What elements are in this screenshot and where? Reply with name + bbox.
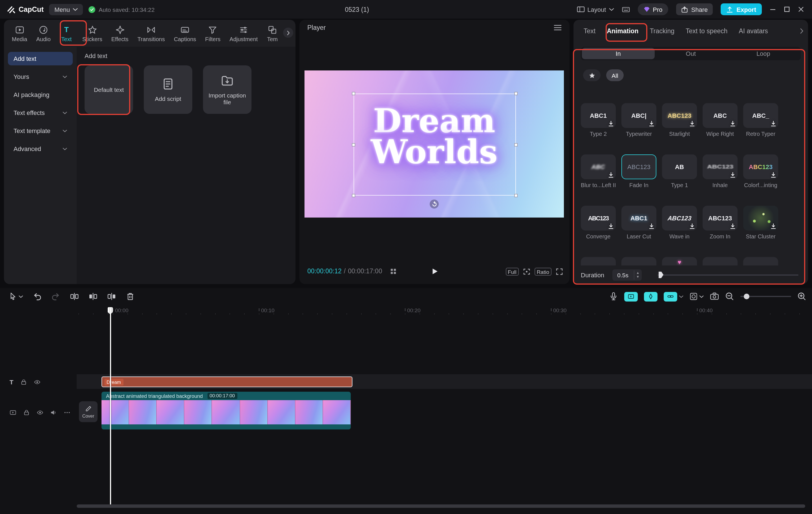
snapping-toggle[interactable]: [644, 292, 658, 301]
all-filter-button[interactable]: All: [606, 69, 624, 81]
speaker-icon[interactable]: [50, 409, 57, 416]
sidebar-item-advanced[interactable]: Advanced: [8, 142, 73, 156]
subtab-loop[interactable]: Loop: [727, 48, 800, 59]
animation-item[interactable]: ABType 1: [662, 154, 697, 189]
player-menu-icon[interactable]: [554, 24, 562, 31]
subtab-out[interactable]: Out: [655, 48, 727, 59]
stepper-up-icon[interactable]: ▲: [636, 271, 639, 274]
tab-transitions[interactable]: Transitions: [133, 25, 170, 42]
export-button[interactable]: Export: [721, 3, 762, 15]
animation-item[interactable]: ABC1Type 2: [581, 103, 616, 138]
resize-handle[interactable]: [514, 92, 518, 95]
add-script-card[interactable]: Add script: [144, 65, 192, 114]
trim-right-icon[interactable]: [107, 292, 116, 301]
resize-handle[interactable]: [514, 194, 518, 197]
subtab-in[interactable]: In: [582, 48, 655, 59]
sidebar-item-text-effects[interactable]: Text effects: [8, 106, 73, 119]
cover-button[interactable]: Cover: [79, 401, 97, 422]
animation-item[interactable]: ABC123Starlight: [662, 103, 697, 138]
resize-handle[interactable]: [352, 194, 355, 197]
animation-item[interactable]: ABC|Typewriter: [621, 103, 656, 138]
tab-ai-avatars[interactable]: AI avatars: [739, 28, 768, 34]
close-button[interactable]: [798, 6, 804, 12]
animation-item[interactable]: ABC_Retro Typer: [743, 103, 778, 138]
zoom-out-icon[interactable]: [725, 292, 734, 301]
animation-item[interactable]: ABC123Zoom In: [703, 206, 737, 240]
more-tabs-button[interactable]: [283, 28, 293, 38]
preview-canvas[interactable]: Dream Worlds: [304, 70, 564, 217]
tab-stickers[interactable]: Stickers: [78, 25, 107, 42]
focus-icon[interactable]: [523, 268, 530, 275]
zoom-in-icon[interactable]: [798, 292, 806, 301]
tab-audio[interactable]: Audio: [32, 25, 55, 42]
slider-handle[interactable]: [658, 271, 663, 278]
lock-icon[interactable]: [20, 379, 27, 385]
sidebar-item-text-template[interactable]: Text template: [8, 124, 73, 138]
full-screen-chip[interactable]: Full: [505, 268, 519, 276]
redo-icon[interactable]: [51, 292, 60, 301]
sidebar-item-yours[interactable]: Yours: [8, 70, 73, 83]
snapshot-icon[interactable]: [710, 292, 719, 301]
animation-item[interactable]: ABCBlur to...Left II: [581, 154, 616, 189]
expand-icon[interactable]: [556, 268, 563, 275]
eye-icon[interactable]: [33, 379, 40, 385]
menu-button[interactable]: Menu: [49, 4, 83, 15]
tab-text[interactable]: TText: [55, 25, 78, 42]
tab-text-to-speech[interactable]: Text to speech: [686, 28, 727, 34]
maximize-button[interactable]: [784, 6, 790, 12]
stepper-arrows[interactable]: ▲▼: [634, 270, 641, 279]
timeline-scrollbar[interactable]: [77, 505, 805, 508]
animation-item[interactable]: ABC123Inhale: [703, 154, 737, 189]
pro-button[interactable]: Pro: [637, 3, 668, 15]
text-clip[interactable]: Dream: [102, 376, 352, 387]
animation-item[interactable]: ABC123Converge: [581, 206, 616, 240]
video-clip[interactable]: Abstract animated triangulated backgroun…: [102, 392, 351, 429]
record-voiceover-icon[interactable]: [609, 292, 618, 301]
chevron-right-icon[interactable]: [800, 28, 804, 34]
chevron-down-icon[interactable]: [679, 295, 684, 298]
mask-tool-button[interactable]: [690, 293, 704, 300]
ratio-chip[interactable]: Ratio: [534, 268, 551, 276]
resize-handle[interactable]: [352, 143, 355, 146]
undo-icon[interactable]: [33, 292, 42, 301]
favorites-filter-button[interactable]: [583, 69, 601, 81]
slider-track[interactable]: [657, 274, 799, 275]
play-button[interactable]: [431, 268, 438, 275]
tab-filters[interactable]: Filters: [201, 25, 225, 42]
frame-grid-icon[interactable]: [390, 268, 396, 274]
sidebar-item-add-text[interactable]: Add text: [8, 52, 73, 65]
select-tool-button[interactable]: [9, 293, 23, 300]
tab-animation[interactable]: Animation: [607, 28, 638, 34]
animation-item[interactable]: ABCWipe Right: [703, 103, 737, 138]
sidebar-item-ai-packaging[interactable]: AI packaging: [8, 88, 73, 101]
duration-stepper[interactable]: 0.5s ▲▼: [612, 269, 641, 280]
tab-templates[interactable]: Tem: [262, 25, 278, 42]
minimize-button[interactable]: [770, 6, 776, 12]
tab-tracking[interactable]: Tracking: [650, 28, 674, 34]
trim-left-icon[interactable]: [89, 292, 97, 301]
delete-icon[interactable]: [126, 292, 135, 301]
auto-preview-toggle[interactable]: [624, 292, 638, 301]
text-selection-box[interactable]: [353, 94, 516, 195]
keyboard-shortcuts-icon[interactable]: [622, 5, 630, 13]
share-button[interactable]: Share: [676, 3, 713, 15]
more-icon[interactable]: [64, 409, 70, 416]
tab-adjustment[interactable]: Adjustment: [225, 25, 262, 42]
tab-captions[interactable]: Captions: [170, 25, 201, 42]
import-caption-file-card[interactable]: Import caption file: [203, 65, 252, 114]
animation-item[interactable]: Star Cluster: [743, 206, 778, 240]
layout-button[interactable]: Layout: [577, 5, 614, 13]
duration-slider[interactable]: [651, 269, 801, 280]
default-text-card[interactable]: Default text: [85, 65, 133, 114]
resize-handle[interactable]: [352, 92, 355, 95]
tab-media[interactable]: Media: [7, 25, 32, 42]
timeline-zoom-slider[interactable]: [741, 296, 791, 297]
tab-effects[interactable]: Effects: [107, 25, 133, 42]
eye-icon[interactable]: [37, 409, 44, 416]
animation-item[interactable]: ABC123Wave in: [662, 206, 697, 240]
split-icon[interactable]: [70, 292, 79, 301]
rotate-handle[interactable]: [430, 200, 439, 209]
linking-toggle[interactable]: [664, 292, 677, 301]
animation-item[interactable]: ABC1Laser Cut: [621, 206, 656, 240]
lock-icon[interactable]: [23, 409, 30, 416]
